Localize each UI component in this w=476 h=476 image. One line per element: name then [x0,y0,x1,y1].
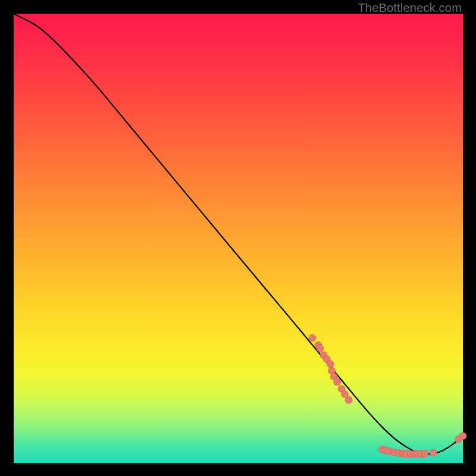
curve-layer [14,14,463,463]
data-marker [421,450,428,457]
data-marker [327,361,334,368]
data-marker [309,334,316,342]
plot-area [14,14,463,463]
data-marker [317,345,324,352]
data-marker [345,396,352,403]
data-marker [334,378,341,386]
marker-layer [309,334,466,458]
bottleneck-curve [14,14,463,454]
chart-frame: TheBottleneck.com [0,0,476,476]
data-marker [459,433,466,440]
watermark-text: TheBottleneck.com [358,1,462,15]
data-marker [430,449,437,456]
